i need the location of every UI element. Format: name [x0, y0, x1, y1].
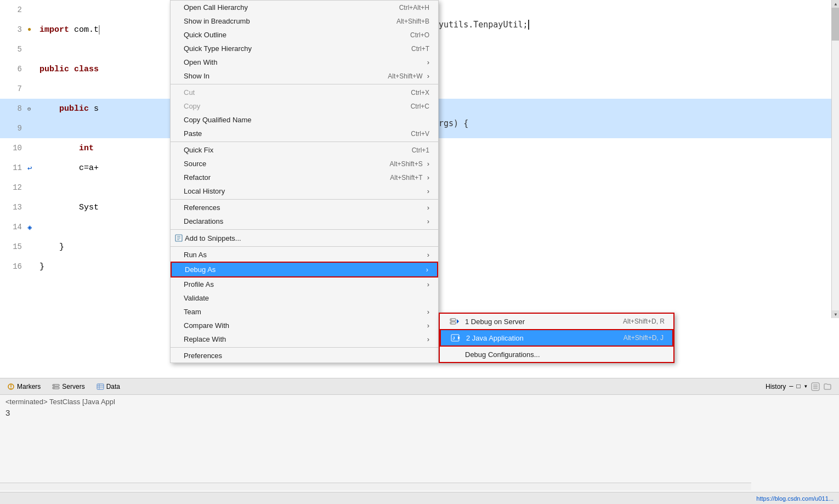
terminated-label: <terminated> TestClass [Java Appl: [5, 398, 834, 406]
scroll-thumb[interactable]: [831, 8, 839, 41]
menu-item-refactor[interactable]: Refactor Alt+Shift+T ›: [171, 171, 438, 184]
line-code: }: [37, 262, 44, 271]
line-number: 3: [0, 25, 27, 34]
menu-item-preferences[interactable]: Preferences: [171, 349, 438, 363]
code-suffix-line3: yutils.TenpayUtil;: [439, 20, 529, 30]
servers-icon: [52, 383, 60, 390]
line-number: 6: [0, 65, 27, 73]
menu-item-debug-as[interactable]: Debug As ›: [171, 262, 438, 278]
line-code: public s: [37, 104, 99, 114]
bottom-panel: Markers Servers Data: [0, 378, 839, 504]
menu-item-source[interactable]: Source Alt+Shift+S ›: [171, 157, 438, 171]
line-number: 13: [0, 203, 27, 212]
status-bar: https://blog.csdn.com/u011...: [0, 492, 839, 504]
line-number: 12: [0, 183, 27, 192]
line-icon: ⊖: [27, 105, 37, 112]
line-number: 9: [0, 124, 27, 133]
line-number: 8: [0, 104, 27, 113]
line-icon: ●: [27, 26, 37, 33]
tab-markers-label: Markers: [17, 383, 41, 390]
data-icon: [97, 383, 104, 390]
menu-item-replace-with[interactable]: Replace With ›: [171, 332, 438, 346]
menu-item-copy: Copy Ctrl+C: [171, 99, 438, 113]
bottom-tabs-bar: Markers Servers Data: [0, 378, 839, 395]
menu-item-compare-with[interactable]: Compare With ›: [171, 319, 438, 332]
context-menu: Open Call Hierarchy Ctrl+Alt+H Show in B…: [170, 0, 439, 363]
divider-1: [171, 84, 438, 84]
tab-data[interactable]: Data: [92, 382, 124, 392]
divider-3: [171, 199, 438, 200]
java-icon-svg: J: [451, 334, 461, 342]
output-value: 3: [5, 408, 834, 417]
line-number: 7: [0, 84, 27, 93]
panel-menu-button[interactable]: ▾: [804, 382, 808, 390]
tab-data-label: Data: [106, 383, 120, 390]
svg-point-2: [10, 388, 12, 389]
divider-2: [171, 141, 438, 142]
submenu-item-debug-on-server[interactable]: 1 Debug on Server Alt+Shift+D, R: [440, 314, 673, 329]
svg-point-6: [54, 387, 55, 388]
menu-item-team[interactable]: Team ›: [171, 305, 438, 319]
line-number: 5: [0, 45, 27, 54]
line-number: 11: [0, 163, 27, 172]
line-number: 2: [0, 5, 27, 14]
maximize-button[interactable]: □: [797, 383, 801, 390]
line-number: 15: [0, 242, 27, 251]
minimize-button[interactable]: —: [789, 383, 793, 390]
svg-point-5: [54, 384, 55, 386]
menu-item-local-history[interactable]: Local History ›: [171, 184, 438, 198]
panel-toolbar-icon: [811, 382, 820, 391]
menu-item-show-in-breadcrumb[interactable]: Show in Breadcrumb Alt+Shift+B: [171, 14, 438, 28]
history-label: History: [766, 383, 786, 390]
tab-servers[interactable]: Servers: [48, 382, 89, 392]
menu-item-copy-qualified-name[interactable]: Copy Qualified Name: [171, 113, 438, 127]
menu-item-show-in[interactable]: Show In Alt+Shift+W ›: [171, 69, 438, 83]
menu-item-open-with[interactable]: Open With ›: [171, 55, 438, 69]
snippets-icon: [173, 234, 185, 242]
horizontal-scrollbar[interactable]: [0, 483, 751, 490]
svg-text:J: J: [452, 336, 455, 341]
vertical-scrollbar[interactable]: ▲ ▼: [831, 0, 839, 318]
debug-config-icon: [449, 350, 461, 359]
line-code: }: [37, 242, 64, 252]
menu-item-quick-outline[interactable]: Quick Outline Ctrl+O: [171, 28, 438, 42]
menu-item-validate[interactable]: Validate: [171, 291, 438, 305]
divider-5: [171, 246, 438, 247]
menu-item-quick-fix[interactable]: Quick Fix Ctrl+1: [171, 143, 438, 157]
menu-item-references[interactable]: References ›: [171, 201, 438, 214]
svg-point-22: [451, 322, 452, 324]
server-icon-svg: [450, 318, 460, 325]
tab-servers-label: Servers: [62, 383, 84, 390]
debug-as-submenu: 1 Debug on Server Alt+Shift+D, R J 2 Jav…: [439, 313, 674, 363]
submenu-item-java-application[interactable]: J 2 Java Application Alt+Shift+D, J: [440, 329, 673, 347]
divider-4: [171, 229, 438, 230]
divider-6: [171, 347, 438, 348]
line-code: Syst: [37, 203, 99, 212]
menu-item-declarations[interactable]: Declarations ›: [171, 214, 438, 228]
svg-point-21: [451, 319, 452, 320]
menu-item-run-as[interactable]: Run As ›: [171, 248, 438, 262]
menu-item-cut: Cut Ctrl+X: [171, 86, 438, 99]
menu-item-open-call-hierarchy[interactable]: Open Call Hierarchy Ctrl+Alt+H: [171, 1, 438, 14]
bottom-content: <terminated> TestClass [Java Appl 3: [0, 395, 839, 420]
snippet-icon-svg: [174, 234, 183, 242]
svg-marker-23: [457, 319, 459, 324]
tab-markers[interactable]: Markers: [3, 382, 45, 392]
line-number: 14: [0, 223, 27, 231]
line-code: public class: [37, 65, 99, 74]
menu-item-paste[interactable]: Paste Ctrl+V: [171, 127, 438, 140]
line-code: import com.t: [37, 25, 100, 35]
markers-icon: [7, 383, 15, 390]
menu-item-quick-type-hierarchy[interactable]: Quick Type Hierarchy Ctrl+T: [171, 42, 438, 55]
menu-item-profile-as[interactable]: Profile As ›: [171, 278, 438, 291]
folder-icon: [823, 382, 832, 391]
menu-item-add-to-snippets[interactable]: Add to Snippets...: [171, 231, 438, 245]
history-tab-area: History — □ ▾: [766, 382, 836, 391]
line-number: 16: [0, 262, 27, 271]
code-editor: 2 3 ● import com.t 5 6 public class 7: [0, 0, 839, 504]
line-code: c=a+: [37, 163, 99, 173]
scroll-down-arrow[interactable]: ▼: [832, 310, 839, 318]
scroll-up-arrow[interactable]: ▲: [832, 0, 839, 8]
submenu-item-debug-configurations[interactable]: Debug Configurations...: [440, 347, 673, 362]
debug-server-icon: [449, 317, 461, 326]
